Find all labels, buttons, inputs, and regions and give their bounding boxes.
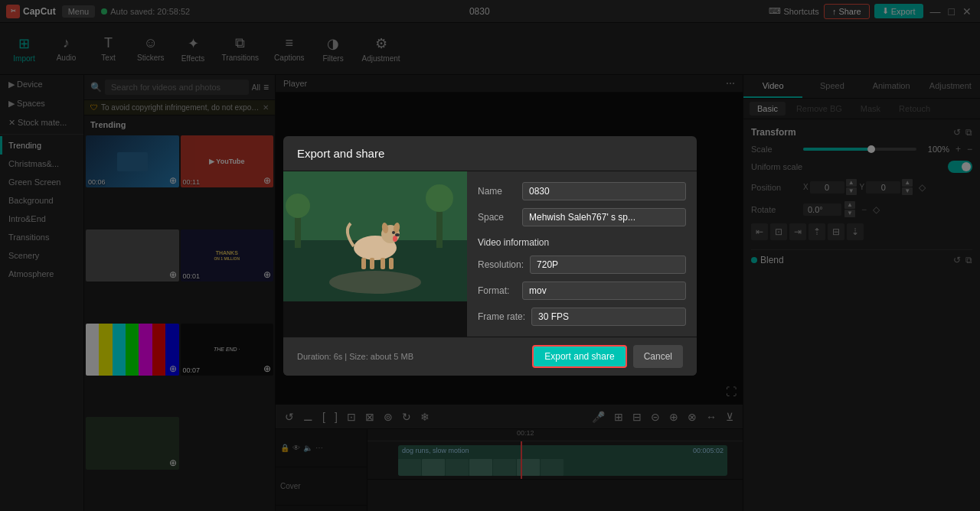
dialog-title: Export and share <box>283 136 697 171</box>
space-select[interactable]: Mehwish Saleh767' s sp... <box>522 208 686 226</box>
footer-info: Duration: 6s | Size: about 5 MB <box>297 352 413 361</box>
format-select[interactable]: mov mp4 <box>522 282 686 300</box>
framerate-row: Frame rate: 24 FPS 30 FPS 60 FPS <box>478 308 686 326</box>
resolution-select[interactable]: 720P 1080P 4K <box>530 255 686 274</box>
space-row: Space Mehwish Saleh767' s sp... <box>478 208 686 226</box>
dialog-form: Name Space Mehwish Saleh767' s sp... Vid… <box>467 171 697 337</box>
video-info-label: Video information <box>478 237 686 248</box>
svg-point-36 <box>286 194 310 218</box>
export-overlay: Export and share <box>0 0 980 511</box>
framerate-label: Frame rate: <box>478 311 525 322</box>
format-row: Format: mov mp4 <box>478 282 686 300</box>
svg-rect-29 <box>370 258 374 269</box>
format-label: Format: <box>478 285 516 296</box>
cancel-button[interactable]: Cancel <box>633 345 683 368</box>
svg-point-23 <box>329 271 421 294</box>
export-dialog: Export and share <box>283 136 697 376</box>
resolution-label: Resolution: <box>478 259 524 270</box>
svg-rect-28 <box>361 258 366 269</box>
name-row: Name <box>478 182 686 200</box>
preview-image <box>283 171 467 301</box>
svg-point-33 <box>395 233 400 236</box>
name-label: Name <box>478 186 516 197</box>
export-share-button[interactable]: Export and share <box>532 345 626 368</box>
dialog-footer: Duration: 6s | Size: about 5 MB Export a… <box>283 337 697 376</box>
resolution-row: Resolution: 720P 1080P 4K <box>478 255 686 274</box>
svg-point-34 <box>392 231 395 234</box>
svg-point-38 <box>426 184 453 212</box>
dialog-preview <box>283 171 467 337</box>
svg-rect-30 <box>381 258 385 269</box>
preview-svg <box>283 171 467 301</box>
space-label: Space <box>478 212 516 223</box>
svg-point-32 <box>393 236 397 242</box>
framerate-select[interactable]: 24 FPS 30 FPS 60 FPS <box>531 308 686 326</box>
svg-rect-31 <box>389 258 394 269</box>
dialog-body: Name Space Mehwish Saleh767' s sp... Vid… <box>283 171 697 337</box>
name-input[interactable] <box>522 182 686 200</box>
footer-buttons: Export and share Cancel <box>532 345 683 368</box>
